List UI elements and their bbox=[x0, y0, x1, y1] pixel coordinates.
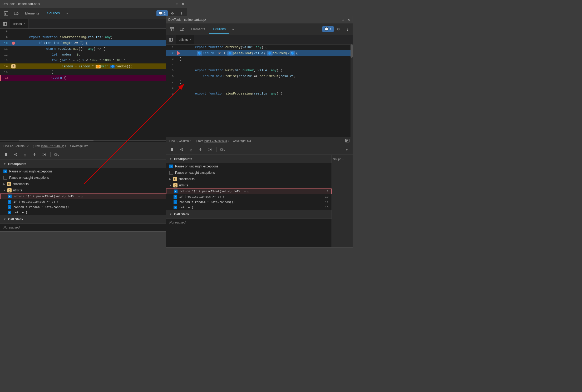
tab-sources-1[interactable]: Sources bbox=[43, 9, 63, 18]
tab-sources-2[interactable]: Sources bbox=[209, 24, 229, 34]
not-paused-text-2: Not paused bbox=[166, 219, 332, 226]
pause-uncaught-2[interactable]: Pause on uncaught exceptions bbox=[166, 163, 332, 170]
file-tab-close-2[interactable]: ✕ bbox=[189, 38, 191, 41]
file-tab-close-1[interactable]: ✕ bbox=[23, 22, 26, 25]
delete-icon-1[interactable]: ✕ bbox=[81, 195, 83, 198]
minimize-btn-2[interactable]: ─ bbox=[335, 18, 339, 22]
step-over-btn-2[interactable] bbox=[178, 146, 185, 153]
breakpoints-label-1: Breakpoints bbox=[8, 162, 26, 166]
pause-uncaught-1[interactable]: Pause on uncaught exceptions bbox=[0, 168, 187, 175]
edit-icon-1[interactable]: ✏ bbox=[78, 195, 80, 198]
breakpoints-header-1[interactable]: ▼ Breakpoints bbox=[0, 160, 187, 168]
bp-entry-cb-1[interactable] bbox=[8, 195, 12, 198]
callstack-header-2[interactable]: ▼ Call Stack bbox=[166, 210, 332, 219]
bp-entry-results-2[interactable]: if (results.length >= 7) { 10 bbox=[166, 194, 332, 200]
panel-more-btn-2[interactable]: » bbox=[343, 146, 351, 153]
more-btn-2[interactable]: ⋮ bbox=[343, 25, 352, 33]
pause-uncaught-cb-2[interactable] bbox=[169, 165, 173, 168]
device-icon-2[interactable] bbox=[177, 24, 187, 34]
bp-entry-results-1[interactable]: if (results.length >= 7) { 10 bbox=[0, 199, 187, 205]
svg-rect-21 bbox=[183, 28, 184, 30]
step-over-btn-1[interactable] bbox=[12, 151, 19, 158]
continue-btn-2[interactable] bbox=[206, 146, 214, 153]
bp-entry-cb-2-4[interactable] bbox=[174, 206, 177, 209]
bp-file-utils-1[interactable]: ▼ {} utils.ts bbox=[0, 187, 187, 193]
bp-entry-cb-2[interactable] bbox=[8, 200, 11, 204]
bp-file-snackbar-2[interactable]: ▶ {} snackbar.ts bbox=[166, 176, 332, 182]
right-panel-2: Not pa... bbox=[332, 155, 353, 247]
titlebar-1: DevTools - coffee-cart.app/ ─ □ ✕ bbox=[0, 0, 187, 8]
restore-btn-1[interactable]: □ bbox=[175, 2, 179, 6]
console-count-2: 1 bbox=[330, 27, 332, 31]
code-area-1: 8 9 export function slowProcessing(resul… bbox=[0, 29, 187, 142]
device-icon-1[interactable] bbox=[11, 9, 21, 18]
bp-entry-cb-3[interactable] bbox=[8, 205, 11, 209]
code-line-2-9: 9 export function slowProcessing(results… bbox=[166, 91, 353, 97]
snackbar-file-icon-1: {} bbox=[7, 182, 11, 186]
close-btn-1[interactable]: ✕ bbox=[181, 2, 185, 6]
pause-btn-2[interactable] bbox=[168, 146, 176, 153]
tab-more-2[interactable]: » bbox=[230, 26, 236, 33]
close-btn-2[interactable]: ✕ bbox=[347, 18, 351, 22]
inspect-icon-2[interactable] bbox=[167, 24, 177, 34]
bp-entry-return-currency-2[interactable]: return '$' + parseFloat(value).toFi… ✏ ✕… bbox=[166, 188, 332, 194]
console-badge-1[interactable]: 💬 1 bbox=[156, 10, 168, 16]
bp-entry-code-2: if (results.length >= 7) { bbox=[13, 200, 59, 204]
callstack-label-2: Call Stack bbox=[174, 212, 189, 216]
utils-filename-2: utils.ts bbox=[179, 183, 188, 187]
bp-entry-returnobj-1[interactable]: return { 16 bbox=[0, 210, 187, 215]
console-badge-2[interactable]: 💬 1 bbox=[322, 26, 334, 32]
bp-line-num-2-1: 2 bbox=[326, 190, 328, 193]
console-icon-1: 💬 bbox=[159, 11, 163, 15]
step-out-btn-1[interactable] bbox=[31, 151, 38, 158]
debugger-toolbar-2: » bbox=[166, 144, 353, 155]
delete-icon-2[interactable]: ✕ bbox=[247, 190, 249, 193]
settings-btn-2[interactable]: ⚙ bbox=[334, 25, 343, 33]
bp-entry-return-currency-1[interactable]: return '$' + parseFloat(value).toFi… ✏ ✕… bbox=[0, 193, 187, 199]
file-tabs-1: utils.ts ✕ bbox=[0, 19, 187, 29]
coverage-icon-2[interactable] bbox=[345, 139, 349, 143]
tab-elements-2[interactable]: Elements bbox=[187, 24, 209, 34]
tab-more-1[interactable]: » bbox=[64, 10, 70, 17]
tab-elements-1[interactable]: Elements bbox=[21, 9, 43, 18]
source-link-2[interactable]: index-73f73a80.js bbox=[204, 139, 227, 142]
pause-caught-2[interactable]: Pause on caught exceptions bbox=[166, 170, 332, 176]
breakpoints-header-2[interactable]: ▼ Breakpoints bbox=[166, 155, 332, 163]
bp-entry-code-2-2: if (results.length >= 7) { bbox=[179, 195, 225, 199]
bp-entry-cb-4[interactable] bbox=[8, 211, 11, 214]
bp-file-snackbar-1[interactable]: ▶ {} snackbar.ts bbox=[0, 181, 187, 187]
source-map-1: (From index-73f73a80.js ) bbox=[33, 144, 66, 147]
restore-btn-2[interactable]: □ bbox=[341, 18, 345, 22]
pause-btn-1[interactable] bbox=[2, 151, 10, 158]
edit-icon-2[interactable]: ✏ bbox=[244, 190, 246, 193]
pause-uncaught-cb-1[interactable] bbox=[3, 170, 7, 173]
bp-entry-cb-2-2[interactable] bbox=[174, 195, 177, 199]
bp-entry-cb-2-1[interactable] bbox=[174, 190, 177, 193]
bp-file-utils-2[interactable]: ▼ {} utils.ts bbox=[166, 182, 332, 188]
cs-collapse-arrow-1: ▼ bbox=[3, 218, 6, 221]
step-into-btn-1[interactable] bbox=[21, 151, 29, 158]
callstack-header-1[interactable]: ▼ Call Stack bbox=[0, 215, 187, 224]
minimize-btn-1[interactable]: ─ bbox=[169, 2, 173, 6]
no-breakpoints-btn-1[interactable] bbox=[53, 151, 61, 158]
inspect-icon-1[interactable] bbox=[1, 9, 11, 18]
continue-btn-1[interactable] bbox=[40, 151, 48, 158]
sidebar-toggle-1[interactable] bbox=[1, 20, 9, 28]
pause-caught-1[interactable]: Pause on caught exceptions bbox=[0, 175, 187, 181]
step-out-btn-2[interactable] bbox=[197, 146, 204, 153]
bp-entry-cb-2-3[interactable] bbox=[174, 200, 177, 204]
step-into-btn-2[interactable] bbox=[187, 146, 195, 153]
bp-entry-code-2-1: return '$' + parseFloat(value).toFi… bbox=[180, 190, 242, 193]
file-tab-utils-2[interactable]: utils.ts ✕ bbox=[176, 35, 194, 44]
no-breakpoints-btn-2[interactable] bbox=[219, 146, 226, 153]
pause-caught-cb-2[interactable] bbox=[169, 171, 173, 175]
source-link-1[interactable]: index-73f73a80.js bbox=[41, 144, 64, 147]
pause-caught-cb-1[interactable] bbox=[3, 176, 7, 180]
bp-line-num-2-3: 14 bbox=[325, 201, 328, 204]
bp-entry-random-1[interactable]: random = random * Math.random(); 14 bbox=[0, 205, 187, 210]
bp-entry-random-2[interactable]: random = random * Math.random(); 14 bbox=[166, 200, 332, 205]
bottom-panels-2: ▼ Breakpoints Pause on uncaught exceptio… bbox=[166, 155, 353, 247]
bp-entry-returnobj-2[interactable]: return { 16 bbox=[166, 205, 332, 210]
file-tab-utils-1[interactable]: utils.ts ✕ bbox=[10, 19, 28, 28]
sidebar-toggle-2[interactable] bbox=[167, 36, 175, 43]
